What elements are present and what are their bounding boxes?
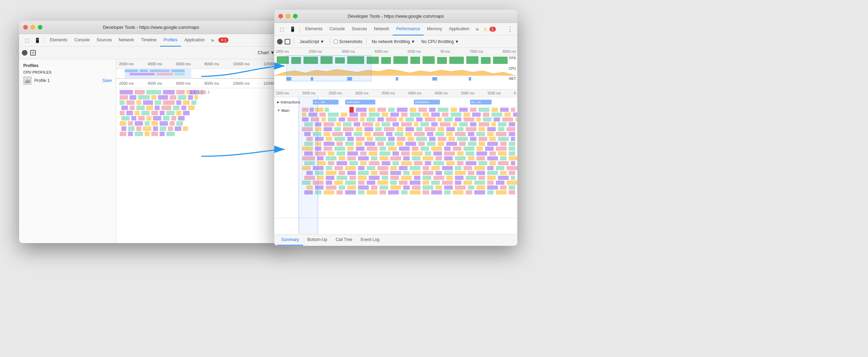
right-record-button[interactable] [277, 39, 283, 44]
svg-rect-65 [120, 121, 126, 126]
svg-rect-457 [390, 185, 401, 190]
svg-rect-120 [349, 107, 353, 113]
right-device-icon[interactable]: 📱 [287, 25, 297, 33]
svg-rect-347 [500, 156, 507, 160]
svg-rect-131 [459, 108, 468, 112]
js-dropdown[interactable]: JavaScript ▼ [298, 39, 326, 45]
inspect-icon[interactable]: ⬚ [22, 36, 32, 44]
svg-rect-122 [369, 108, 375, 112]
svg-rect-462 [444, 185, 453, 190]
svg-rect-53 [160, 111, 165, 115]
stop-button[interactable]: ⊘ [30, 50, 36, 56]
svg-rect-252 [356, 137, 365, 141]
svg-rect-302 [444, 147, 451, 151]
svg-rect-57 [121, 116, 130, 121]
svg-rect-171 [416, 117, 423, 122]
svg-rect-81 [183, 126, 188, 131]
svg-rect-329 [302, 156, 315, 160]
perf-overview: 1000 ms 2000 ms 3000 ms 4000 ms 5000 ms … [274, 48, 517, 90]
flame-chart-container[interactable]: (...) (...) (...) [116, 88, 283, 243]
tab-summary[interactable]: Summary [277, 234, 303, 246]
right-maximize-button[interactable] [293, 14, 298, 18]
svg-rect-64 [178, 116, 185, 121]
svg-rect-482 [444, 190, 451, 194]
right-tab-performance[interactable]: Performance [393, 23, 424, 35]
screenshots-checkbox-label[interactable]: Screenshots [334, 39, 362, 44]
tab-event-log[interactable]: Event Log [357, 234, 384, 246]
tab-elements[interactable]: Elements [47, 34, 71, 47]
right-close-button[interactable] [278, 14, 283, 18]
device-icon[interactable]: 📱 [32, 36, 42, 44]
right-tab-elements[interactable]: Elements [302, 23, 326, 35]
close-button[interactable] [23, 25, 28, 30]
svg-rect-332 [339, 156, 345, 160]
right-nav-tabs: Elements Console Sources Network Perform… [302, 23, 473, 35]
svg-rect-99 [347, 56, 364, 64]
right-more-tabs-icon[interactable]: » [474, 26, 481, 32]
right-tab-application[interactable]: Application [445, 23, 473, 35]
svg-rect-408 [509, 171, 515, 175]
svg-rect-102 [393, 56, 408, 64]
right-stop-button[interactable] [285, 39, 290, 44]
expand-icon[interactable]: ▶ [277, 100, 279, 104]
svg-rect-86 [151, 132, 158, 136]
svg-rect-471 [324, 190, 334, 194]
right-menu-dots-icon[interactable]: ⋮ [506, 25, 515, 33]
tab-bottom-up[interactable]: Bottom-Up [303, 234, 331, 246]
svg-rect-389 [306, 171, 313, 175]
maximize-button[interactable] [38, 25, 42, 30]
tab-sources[interactable]: Sources [93, 34, 115, 47]
svg-rect-328 [509, 151, 515, 156]
tab-timeline[interactable]: Timeline [137, 34, 160, 47]
profile-save-link[interactable]: Save [102, 78, 112, 83]
right-tab-console[interactable]: Console [326, 23, 348, 35]
svg-rect-97 [320, 56, 333, 64]
right-tab-sources[interactable]: Sources [348, 23, 370, 35]
svg-rect-26 [170, 95, 176, 100]
svg-rect-109 [493, 57, 508, 64]
svg-rect-77 [153, 126, 158, 131]
svg-rect-269 [315, 142, 322, 146]
tab-profiles[interactable]: Profiles [160, 34, 181, 47]
tab-call-tree[interactable]: Call Tree [332, 234, 357, 246]
svg-rect-401 [435, 171, 442, 175]
right-tab-network[interactable]: Network [370, 23, 393, 35]
cpu-throttle-dropdown[interactable]: No CPU throttling ▼ [419, 39, 461, 45]
minimize-button[interactable] [31, 25, 35, 30]
svg-rect-291 [324, 147, 332, 151]
right-devtools-window: Developer Tools - https://www.google.com… [274, 10, 517, 246]
tab-console[interactable]: Console [71, 34, 93, 47]
svg-rect-345 [476, 156, 485, 160]
svg-rect-159 [302, 117, 309, 122]
svg-rect-220 [466, 127, 476, 131]
svg-rect-292 [334, 147, 345, 151]
main-expand-icon[interactable]: ▼ [277, 109, 280, 112]
svg-rect-221 [478, 127, 485, 131]
svg-rect-421 [433, 176, 444, 180]
screenshots-checkbox[interactable] [334, 40, 338, 44]
svg-rect-472 [336, 190, 343, 194]
svg-rect-107 [466, 56, 478, 64]
svg-rect-34 [155, 100, 161, 105]
svg-rect-352 [336, 161, 347, 165]
record-button[interactable] [22, 50, 27, 56]
tab-application[interactable]: Application [181, 34, 208, 47]
svg-rect-359 [414, 161, 423, 165]
network-throttle-dropdown[interactable]: No network throttling ▼ [370, 39, 417, 45]
svg-rect-426 [487, 176, 496, 180]
right-inspect-icon[interactable]: ⬚ [277, 25, 287, 33]
svg-rect-364 [466, 161, 476, 165]
svg-rect-435 [367, 181, 375, 185]
svg-rect-383 [455, 166, 461, 170]
fps-label: FPS [509, 56, 516, 60]
right-error-badge: 6 [490, 27, 496, 32]
tab-network[interactable]: Network [115, 34, 137, 47]
right-tab-memory[interactable]: Memory [424, 23, 445, 35]
profile-item[interactable]: Profile 1 Save [19, 75, 116, 86]
svg-rect-203 [509, 122, 515, 126]
svg-rect-367 [498, 161, 509, 165]
svg-rect-164 [347, 117, 358, 122]
right-minimize-button[interactable] [286, 14, 290, 18]
svg-rect-140 [328, 113, 339, 117]
more-tabs-icon[interactable]: » [209, 37, 216, 43]
